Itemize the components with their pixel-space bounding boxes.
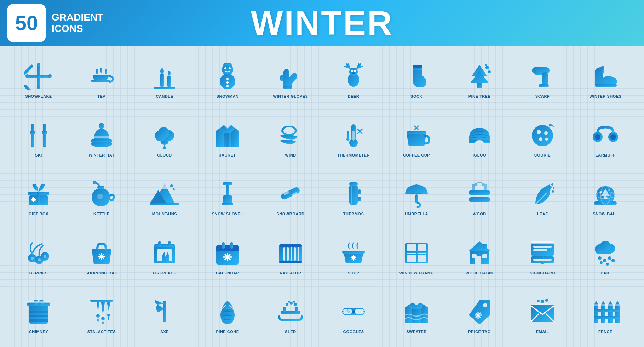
icon-cell-thermometer: THERMOMETER — [322, 108, 385, 167]
chimney-icon — [23, 296, 54, 328]
svg-rect-109 — [223, 195, 232, 204]
svg-point-132 — [551, 183, 553, 186]
snowman-label: SNOWMAN — [217, 94, 239, 98]
winter-hat-label: WINTER HAT — [88, 153, 114, 157]
svg-marker-188 — [468, 241, 491, 251]
icon-cell-scarf: SCARF — [511, 49, 574, 108]
svg-point-167 — [226, 256, 229, 258]
icon-cell-fireplace: FIREPLACE — [133, 226, 196, 285]
snowboard-label: SNOWBOARD — [276, 212, 304, 216]
page-title: WINTER — [251, 4, 393, 42]
svg-rect-126 — [469, 197, 490, 202]
svg-point-208 — [606, 263, 609, 266]
icon-cell-winter-gloves: WINTER GLOVES — [259, 49, 322, 108]
calendar-label: CALENDAR — [216, 271, 239, 275]
fireplace-label: FIREPLACE — [153, 271, 177, 275]
svg-rect-237 — [355, 309, 364, 314]
pine-cone-label: PINE CONE — [216, 330, 239, 334]
svg-rect-191 — [472, 254, 477, 258]
umbrella-icon — [401, 178, 432, 210]
icon-cell-thermos: THERMOS — [322, 167, 385, 226]
snowflake-icon — [23, 60, 54, 92]
svg-rect-156 — [158, 241, 161, 246]
icon-cell-wood: WOOD — [448, 167, 511, 226]
svg-rect-27 — [283, 86, 292, 89]
sweater-label: SWEATER — [406, 330, 427, 334]
svg-point-39 — [488, 70, 491, 73]
soup-label: SOUP — [347, 271, 359, 275]
wood-label: WOOD — [473, 212, 486, 216]
svg-rect-225 — [163, 301, 166, 322]
jacket-label: JACKET — [219, 153, 236, 157]
svg-rect-155 — [154, 244, 175, 247]
leaf-label: LEAF — [537, 212, 548, 216]
svg-rect-212 — [29, 319, 48, 322]
icon-cell-gift-box: GIFT BOX — [7, 167, 70, 226]
svg-point-59 — [158, 127, 169, 138]
svg-point-244 — [483, 303, 487, 307]
svg-rect-161 — [222, 242, 225, 249]
wind-label: WIND — [285, 153, 296, 157]
scarf-label: SCARF — [535, 94, 550, 98]
email-label: EMAIL — [536, 330, 549, 334]
thermos-icon — [338, 178, 369, 210]
svg-point-25 — [226, 81, 229, 84]
svg-point-130 — [549, 186, 552, 189]
svg-point-221 — [96, 314, 100, 318]
svg-rect-211 — [29, 315, 48, 317]
snow-shovel-icon — [212, 178, 243, 210]
svg-marker-219 — [101, 300, 105, 315]
svg-rect-229 — [295, 307, 298, 312]
icon-cell-soup: SOUP — [322, 226, 385, 285]
snow-ball-label: SNOW BALL — [593, 212, 618, 216]
icon-cell-cookie: COOKIE — [511, 108, 574, 167]
svg-rect-257 — [594, 309, 620, 312]
svg-rect-105 — [150, 203, 179, 205]
svg-point-53 — [99, 123, 104, 129]
svg-rect-127 — [475, 186, 484, 190]
icon-cell-berries: BERRIES — [7, 226, 70, 285]
wind-icon — [275, 119, 306, 151]
svg-rect-55 — [94, 136, 109, 138]
chimney-label: CHIMNEY — [29, 330, 48, 334]
svg-rect-11 — [100, 68, 102, 73]
icon-cell-window-frame: WINDOW FRAME — [385, 226, 448, 285]
svg-point-7 — [25, 74, 29, 78]
svg-rect-240 — [363, 311, 365, 312]
svg-point-142 — [606, 197, 608, 199]
svg-rect-54 — [91, 139, 112, 142]
svg-rect-37 — [477, 83, 482, 88]
svg-rect-171 — [283, 247, 285, 261]
window-frame-label: WINDOW FRAME — [399, 271, 433, 275]
thermometer-label: THERMOMETER — [337, 153, 370, 157]
winter-gloves-icon — [275, 60, 306, 92]
svg-point-101 — [97, 194, 103, 199]
svg-rect-214 — [27, 302, 50, 306]
gift-box-icon — [23, 178, 54, 210]
svg-rect-33 — [413, 65, 422, 68]
svg-point-84 — [539, 137, 542, 141]
svg-rect-173 — [291, 247, 292, 261]
svg-point-15 — [160, 68, 164, 74]
berries-label: BERRIES — [29, 271, 48, 275]
signboard-icon — [527, 237, 558, 269]
svg-point-147 — [38, 258, 41, 261]
svg-point-131 — [552, 190, 554, 193]
svg-point-100 — [93, 181, 96, 184]
svg-point-32 — [352, 72, 355, 74]
svg-rect-125 — [469, 190, 490, 195]
svg-point-223 — [107, 314, 110, 317]
svg-point-209 — [611, 259, 615, 262]
svg-point-140 — [600, 191, 602, 193]
svg-point-107 — [173, 188, 175, 190]
svg-marker-220 — [107, 300, 111, 311]
svg-point-31 — [354, 70, 356, 72]
svg-point-133 — [553, 187, 554, 189]
icon-cell-candle: CANDLE — [133, 49, 196, 108]
svg-rect-200 — [533, 259, 552, 261]
icon-cell-hail: HAIL — [574, 226, 637, 285]
icon-cell-price-tag: PRICE TAG — [448, 285, 511, 343]
svg-rect-259 — [593, 304, 620, 306]
svg-rect-110 — [222, 203, 233, 205]
svg-rect-116 — [280, 187, 300, 201]
